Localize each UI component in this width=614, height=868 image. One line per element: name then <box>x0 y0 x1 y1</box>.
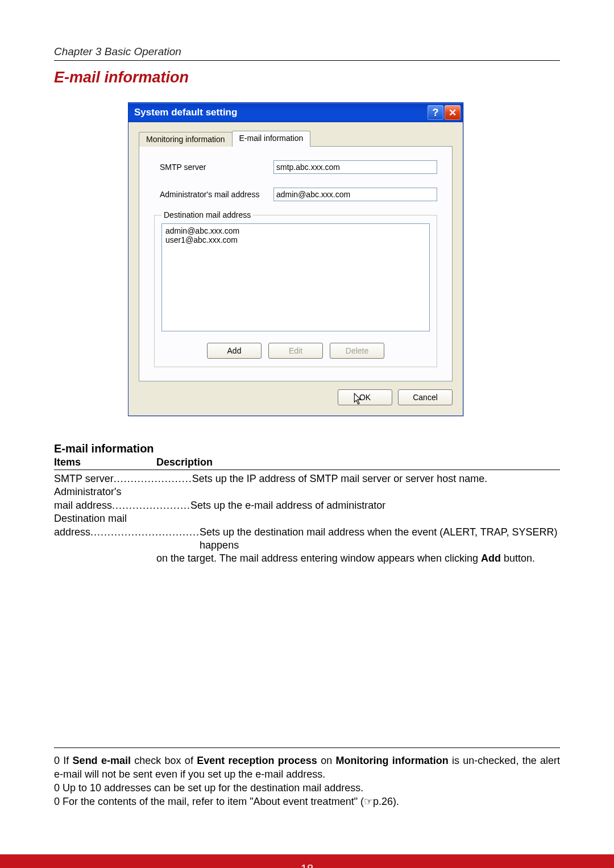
system-default-dialog: System default setting ? ✕ Monitoring in… <box>128 102 463 416</box>
admin-mail-input[interactable] <box>273 188 437 201</box>
item-dest-line1: Destination mail <box>54 512 560 525</box>
destination-listbox[interactable]: admin@abc.xxx.com user1@abc.xxx.com <box>161 223 430 331</box>
item-smtp: SMTP server <box>54 472 114 485</box>
tab-email[interactable]: E-mail information <box>232 131 311 147</box>
desc-body: SMTP server ....................... Sets… <box>54 472 560 566</box>
footnote-3: 0 For the contents of the mail, refer to… <box>54 795 560 808</box>
col-items: Items <box>54 456 156 468</box>
divider <box>54 747 560 748</box>
desc-smtp: Sets up the IP address of SMTP mail serv… <box>192 472 560 485</box>
tab-panel-email: SMTP server Administrator's mail address… <box>139 146 453 381</box>
close-icon[interactable]: ✕ <box>445 105 460 120</box>
help-icon[interactable]: ? <box>428 105 443 120</box>
tab-monitoring[interactable]: Monitoring information <box>139 132 233 147</box>
dialog-title: System default setting <box>134 107 426 118</box>
section-title: E-mail information <box>54 69 560 86</box>
col-description: Description <box>156 456 213 468</box>
dots: ....................... <box>112 499 190 512</box>
destination-legend: Destination mail address <box>161 210 253 219</box>
screenshot-container: System default setting ? ✕ Monitoring in… <box>54 102 560 416</box>
edit-button[interactable]: Edit <box>268 343 323 359</box>
item-admin: mail address <box>54 499 112 512</box>
smtp-label: SMTP server <box>154 163 273 172</box>
admin-mail-label: Administrator's mail address <box>154 190 273 199</box>
footnote-1: 0 If Send e-mail check box of Event rece… <box>54 754 560 781</box>
cancel-button[interactable]: Cancel <box>398 389 453 405</box>
item-dest: address <box>54 526 90 553</box>
footnote-2: 0 Up to 10 addresses can be set up for t… <box>54 781 560 795</box>
dots: ................................ <box>90 526 200 553</box>
desc-dest1: Sets up the destination mail address whe… <box>200 526 560 553</box>
page-number-footer: 18 <box>0 854 614 868</box>
titlebar: System default setting ? ✕ <box>128 103 463 122</box>
dots: ....................... <box>114 472 192 485</box>
item-admin-line1: Administrator's <box>54 485 560 499</box>
desc-dest2: on the target. The mail address entering… <box>54 552 560 565</box>
ok-button-wrap: OK <box>338 389 392 405</box>
tab-strip: Monitoring information E-mail informatio… <box>139 130 453 147</box>
delete-button[interactable]: Delete <box>330 343 384 359</box>
smtp-input[interactable] <box>273 160 437 174</box>
desc-admin: Sets up the e-mail address of administra… <box>190 499 560 512</box>
destination-fieldset: Destination mail address admin@abc.xxx.c… <box>154 215 437 367</box>
desc-header: Items Description <box>54 456 560 470</box>
ok-button[interactable]: OK <box>338 389 392 405</box>
chapter-header: Chapter 3 Basic Operation <box>54 45 560 61</box>
desc-subtitle: E-mail information <box>54 442 560 455</box>
add-button[interactable]: Add <box>207 343 262 359</box>
